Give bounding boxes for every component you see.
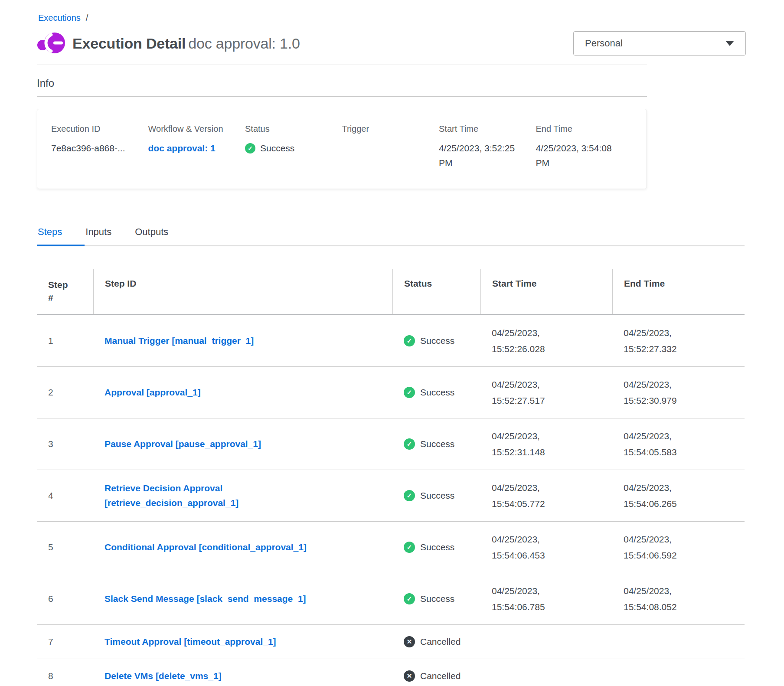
status-label: Success <box>420 542 454 552</box>
step-start-time-cell: 04/25/2023, 15:52:31.148 <box>480 418 552 470</box>
info-card: Execution ID 7e8ac396-a868-... Workflow … <box>37 109 647 189</box>
tab-label: Inputs <box>85 226 111 237</box>
steps-table: Step # Step ID Status Start Time End Tim… <box>37 269 745 686</box>
step-id-cell: Retrieve Decision Approval [retrieve_dec… <box>93 471 392 520</box>
step-table-row: 4 Retrieve Decision Approval [retrieve_d… <box>37 470 745 522</box>
check-circle-icon: ✓ <box>404 593 415 604</box>
info-field-value: doc approval: 1 <box>148 141 233 156</box>
check-circle-icon: ✓ <box>404 438 415 450</box>
step-id-link[interactable]: Retrieve Decision Approval [retrieve_dec… <box>105 481 347 510</box>
check-circle-icon: ✓ <box>245 143 255 154</box>
step-table-row: 1 Manual Trigger [manual_trigger_1] ✓ Su… <box>37 315 745 367</box>
step-status-cell: ✕ Cancelled <box>392 627 480 657</box>
tab-steps[interactable]: Steps <box>37 226 85 245</box>
info-field: Execution ID 7e8ac396-a868-... <box>51 124 148 170</box>
info-field: Trigger <box>342 124 439 170</box>
step-id-link[interactable]: Conditional Approval [conditional_approv… <box>105 540 307 555</box>
check-circle-icon: ✓ <box>404 542 415 553</box>
step-status-cell: ✓ Success <box>392 532 480 562</box>
step-end-time-cell: 04/25/2023, 15:52:27.332 <box>612 315 684 366</box>
tab-outputs[interactable]: Outputs <box>134 226 191 245</box>
info-section-heading: Info <box>37 77 746 89</box>
step-id-link[interactable]: Pause Approval [pause_approval_1] <box>105 437 261 451</box>
step-table-row: 8 Delete VMs [delete_vms_1] ✕ Cancelled <box>37 659 745 686</box>
step-end-time-cell: 04/25/2023, 15:54:06.592 <box>612 522 684 573</box>
column-header-end-time: End Time <box>612 269 745 314</box>
title-row: Execution Detaildoc approval: 1.0 Person… <box>37 31 746 56</box>
scope-dropdown[interactable]: Personal <box>573 31 746 56</box>
step-table-row: 3 Pause Approval [pause_approval_1] ✓ Su… <box>37 418 745 470</box>
info-field-value: 4/25/2023, 3:52:25 PM <box>439 141 523 170</box>
step-start-time-cell <box>480 666 552 686</box>
breadcrumb-separator: / <box>86 13 88 23</box>
info-field: End Time 4/25/2023, 3:54:08 PM <box>536 124 633 170</box>
step-end-time-cell: 04/25/2023, 15:54:06.265 <box>612 470 684 521</box>
check-circle-icon: ✓ <box>404 335 415 346</box>
step-status-cell: ✓ Success <box>392 326 480 356</box>
info-field-label: Status <box>245 124 342 134</box>
step-id-link[interactable]: Manual Trigger [manual_trigger_1] <box>105 333 254 348</box>
check-circle-icon: ✓ <box>404 387 415 398</box>
step-start-time-cell <box>480 632 552 651</box>
step-status-cell: ✓ Success <box>392 480 480 511</box>
tab-inputs[interactable]: Inputs <box>85 226 134 245</box>
step-id-cell: Approval [approval_1] <box>93 376 392 409</box>
steps-table-body: 1 Manual Trigger [manual_trigger_1] ✓ Su… <box>37 315 745 686</box>
x-circle-icon: ✕ <box>404 670 415 682</box>
column-header-status: Status <box>392 269 480 314</box>
info-field-label: End Time <box>536 124 633 134</box>
step-id-link[interactable]: Approval [approval_1] <box>105 385 201 400</box>
execution-detail-page: Executions/ Execution Detaildoc approval… <box>0 0 784 686</box>
status-label: Cancelled <box>420 671 461 681</box>
step-number-cell: 6 <box>37 584 93 614</box>
step-end-time-cell <box>612 632 684 651</box>
step-number-cell: 5 <box>37 532 93 562</box>
status-label: Success <box>420 387 454 398</box>
column-header-step-id: Step ID <box>93 269 392 314</box>
info-field-label: Workflow & Version <box>148 124 245 134</box>
info-field: Status ✓Success <box>245 124 342 170</box>
step-id-link[interactable]: Delete VMs [delete_vms_1] <box>105 669 222 683</box>
status-label: Success <box>420 439 454 449</box>
page-subtitle: doc approval: 1.0 <box>188 35 300 52</box>
breadcrumb: Executions/ <box>38 13 746 23</box>
status-label: Success <box>420 490 454 501</box>
step-id-link[interactable]: Slack Send Message [slack_send_message_1… <box>105 591 306 606</box>
step-start-time-cell: 04/25/2023, 15:54:05.772 <box>480 470 552 521</box>
step-number-cell: 7 <box>37 627 93 657</box>
step-status-cell: ✓ Success <box>392 377 480 408</box>
step-table-row: 7 Timeout Approval [timeout_approval_1] … <box>37 625 745 659</box>
info-field-label: Execution ID <box>51 124 148 134</box>
step-id-cell: Conditional Approval [conditional_approv… <box>93 530 392 564</box>
scope-dropdown-value: Personal <box>585 38 623 49</box>
steps-table-header: Step # Step ID Status Start Time End Tim… <box>37 269 745 315</box>
info-field-value: ✓Success <box>245 141 330 156</box>
breadcrumb-link-executions[interactable]: Executions <box>38 13 81 23</box>
step-id-link[interactable]: Timeout Approval [timeout_approval_1] <box>105 634 276 649</box>
step-number-cell: 1 <box>37 326 93 356</box>
status-label: Success <box>420 594 454 604</box>
step-number-cell: 4 <box>37 481 93 510</box>
column-header-step-number: Step # <box>37 269 76 314</box>
step-end-time-cell: 04/25/2023, 15:54:08.052 <box>612 573 684 624</box>
step-start-time-cell: 04/25/2023, 15:54:06.785 <box>480 573 552 624</box>
info-field: Workflow & Version doc approval: 1 <box>148 124 245 170</box>
step-table-row: 5 Conditional Approval [conditional_appr… <box>37 522 745 573</box>
step-id-cell: Manual Trigger [manual_trigger_1] <box>93 324 392 358</box>
chevron-down-icon <box>725 41 734 46</box>
step-start-time-cell: 04/25/2023, 15:52:26.028 <box>480 315 552 366</box>
workflow-brand-icon <box>37 31 66 56</box>
step-id-cell: Timeout Approval [timeout_approval_1] <box>93 625 392 659</box>
check-circle-icon: ✓ <box>404 490 415 501</box>
workflow-version-link[interactable]: doc approval: 1 <box>148 143 216 153</box>
step-end-time-cell <box>612 666 684 686</box>
step-end-time-cell: 04/25/2023, 15:52:30.979 <box>612 367 684 418</box>
step-status-cell: ✓ Success <box>392 429 480 459</box>
step-status-cell: ✓ Success <box>392 584 480 614</box>
step-status-cell: ✕ Cancelled <box>392 661 480 686</box>
status-label: Success <box>420 336 454 346</box>
x-circle-icon: ✕ <box>404 636 415 647</box>
step-id-cell: Delete VMs [delete_vms_1] <box>93 659 392 686</box>
step-number-cell: 2 <box>37 378 93 407</box>
column-header-start-time: Start Time <box>480 269 612 314</box>
